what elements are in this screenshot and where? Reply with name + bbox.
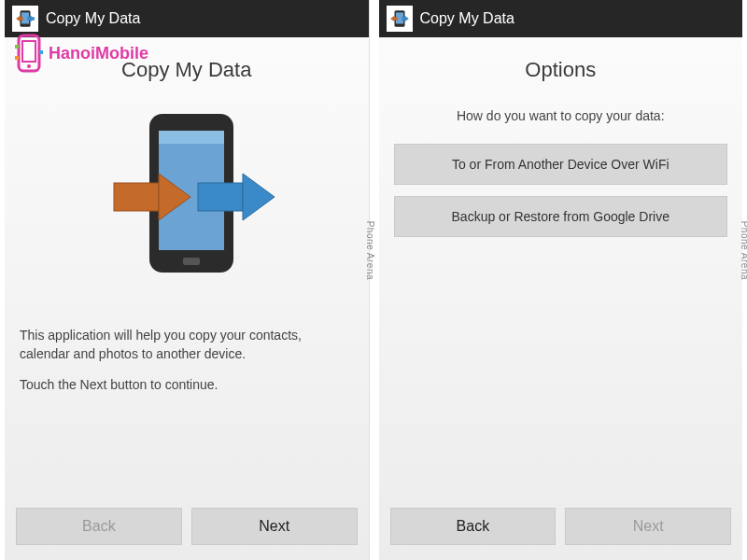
screen-welcome: Copy My Data Copy My Data bbox=[5, 0, 370, 560]
content-area: Copy My Data bbox=[5, 37, 369, 498]
svg-rect-7 bbox=[159, 131, 224, 144]
page-title: Copy My Data bbox=[20, 58, 354, 82]
next-button[interactable]: Next bbox=[191, 508, 358, 545]
app-icon bbox=[387, 6, 413, 32]
back-button[interactable]: Back bbox=[16, 508, 182, 545]
content-area: Options How do you want to copy your dat… bbox=[379, 37, 743, 498]
app-icon bbox=[12, 6, 38, 32]
svg-rect-11 bbox=[198, 183, 243, 211]
actionbar: Copy My Data bbox=[5, 0, 369, 37]
description-line-1: This application will help you copy your… bbox=[20, 327, 354, 363]
source-watermark: Phone Arena bbox=[740, 221, 748, 280]
option-wifi-button[interactable]: To or From Another Device Over WiFi bbox=[394, 144, 728, 185]
footer-buttons: Back Next bbox=[379, 498, 743, 560]
footer-buttons: Back Next bbox=[5, 498, 369, 560]
description-line-2: Touch the Next button to continue. bbox=[20, 376, 354, 395]
actionbar: Copy My Data bbox=[379, 0, 743, 37]
next-button[interactable]: Next bbox=[565, 508, 731, 545]
actionbar-title: Copy My Data bbox=[420, 10, 514, 27]
back-button[interactable]: Back bbox=[390, 508, 557, 545]
svg-rect-9 bbox=[114, 183, 159, 211]
svg-rect-8 bbox=[183, 258, 200, 265]
transfer-illustration bbox=[20, 103, 354, 289]
screen-options: Copy My Data Options How do you want to … bbox=[379, 0, 743, 560]
actionbar-title: Copy My Data bbox=[46, 10, 140, 27]
source-watermark: Phone Arena bbox=[365, 221, 375, 280]
subtitle: How do you want to copy your data: bbox=[394, 108, 728, 123]
option-google-drive-button[interactable]: Backup or Restore from Google Drive bbox=[394, 196, 728, 237]
svg-marker-12 bbox=[243, 174, 275, 220]
description-text: This application will help you copy your… bbox=[20, 327, 354, 408]
page-title: Options bbox=[394, 58, 728, 82]
copy-arrows-icon bbox=[93, 103, 280, 289]
